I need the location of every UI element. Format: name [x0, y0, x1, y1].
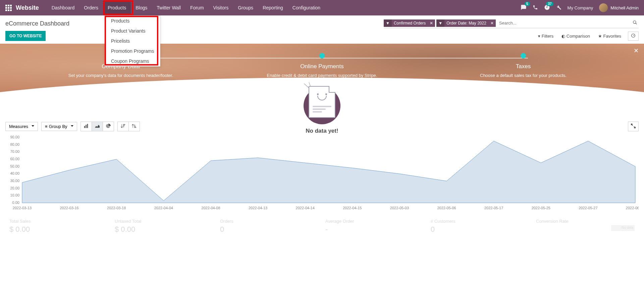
- dashboard-view-button[interactable]: [628, 32, 639, 41]
- sort-asc-icon[interactable]: [129, 122, 140, 131]
- step-dot-icon: [521, 53, 526, 58]
- svg-text:2022-04-14: 2022-04-14: [296, 206, 315, 210]
- dropdown-item-coupon-programs[interactable]: Coupon Programs: [105, 56, 160, 66]
- nav-item-groups[interactable]: Groups: [233, 1, 258, 14]
- favorites-dropdown[interactable]: ★ Favorites: [598, 34, 621, 39]
- facet-remove-icon[interactable]: ✕: [488, 19, 496, 27]
- svg-rect-5: [87, 124, 88, 128]
- svg-text:2022-03-16: 2022-03-16: [60, 206, 78, 210]
- svg-text:70.00: 70.00: [10, 149, 19, 154]
- facet-label: Confirmed Orders: [392, 19, 428, 27]
- svg-rect-3: [84, 126, 85, 128]
- kpi-card: Orders0: [220, 219, 319, 234]
- user-menu[interactable]: Mitchell Admin: [599, 3, 639, 12]
- go-to-website-button[interactable]: GO TO WEBSITE: [5, 31, 46, 41]
- step-title: Online Payments: [221, 63, 423, 70]
- clock-badge: 37: [546, 2, 553, 6]
- control-panel: eCommerce Dashboard ▼Confirmed Orders✕▼O…: [0, 15, 644, 44]
- step-button[interactable]: Set taxes: [509, 84, 537, 94]
- step-desc: Set your company's data for documents he…: [20, 73, 221, 79]
- bar-chart-icon[interactable]: [81, 122, 92, 131]
- products-dropdown: ProductsProduct VariantsPricelistsPromot…: [105, 15, 160, 67]
- chat-icon[interactable]: 5: [521, 4, 527, 11]
- nodata-text: No data yet!: [288, 128, 356, 134]
- svg-text:40.00: 40.00: [10, 171, 19, 175]
- facet-remove-icon[interactable]: ✕: [428, 19, 435, 27]
- kpi-value: $ 0.00: [115, 225, 213, 234]
- svg-rect-4: [86, 125, 87, 128]
- svg-text:10.00: 10.00: [10, 193, 19, 197]
- nav-item-products[interactable]: Products: [103, 1, 131, 14]
- svg-text:2022-05-06: 2022-05-06: [437, 206, 456, 210]
- comparison-dropdown[interactable]: ◐ Comparison: [561, 34, 590, 39]
- svg-text:0.00: 0.00: [12, 201, 19, 205]
- kpi-card: Conversion RateNo data: [536, 219, 635, 234]
- kpi-mini-chart: No data: [611, 225, 635, 231]
- pie-chart-icon[interactable]: [103, 122, 114, 131]
- search-facet: ▼Confirmed Orders✕: [384, 19, 435, 27]
- navbar-left: Website DashboardOrdersProductsBlogsTwit…: [5, 4, 325, 11]
- svg-text:20.00: 20.00: [10, 186, 19, 190]
- step-desc: Choose a default sales tax for your prod…: [423, 73, 624, 79]
- kpi-card: # Customers0: [431, 219, 529, 234]
- clock-icon[interactable]: 37: [544, 4, 550, 11]
- svg-text:50.00: 50.00: [10, 164, 19, 168]
- nav-item-visitors[interactable]: Visitors: [209, 1, 233, 14]
- step-title: Taxes: [423, 63, 624, 70]
- search-input[interactable]: [497, 19, 631, 27]
- step-button[interactable]: Let's start!: [106, 84, 136, 94]
- kpi-label: Orders: [220, 219, 319, 224]
- kpi-row: Total Sales$ 0.00Untaxed Total$ 0.00Orde…: [0, 215, 644, 237]
- nav-item-configuration[interactable]: Configuration: [288, 1, 325, 14]
- svg-text:2022-05-25: 2022-05-25: [532, 206, 550, 210]
- dropdown-item-promotion-programs[interactable]: Promotion Programs: [105, 46, 160, 56]
- apps-icon[interactable]: [5, 5, 12, 11]
- svg-text:2022-06-10: 2022-06-10: [626, 206, 639, 210]
- sort-group: [117, 122, 140, 131]
- area-chart: 0.0010.0020.0030.0040.0050.0060.0070.008…: [5, 134, 639, 211]
- kpi-label: Conversion Rate: [536, 219, 635, 224]
- nav-item-twitter-wall[interactable]: Twitter Wall: [152, 1, 185, 14]
- brand-title[interactable]: Website: [16, 4, 39, 11]
- dropdown-item-products[interactable]: Products: [105, 16, 160, 26]
- svg-point-0: [633, 21, 636, 24]
- svg-text:2022-03-18: 2022-03-18: [107, 206, 126, 210]
- navbar-right: 5 37 My Company Mitchell Admin: [521, 3, 639, 12]
- search-icon[interactable]: [631, 19, 639, 27]
- expand-icon[interactable]: [628, 122, 639, 131]
- svg-text:2022-04-04: 2022-04-04: [154, 206, 173, 210]
- svg-text:80.00: 80.00: [10, 142, 19, 146]
- dropdown-item-product-variants[interactable]: Product Variants: [105, 26, 160, 36]
- svg-text:2022-05-17: 2022-05-17: [484, 206, 503, 210]
- phone-icon[interactable]: [533, 5, 538, 11]
- filter-icon: ▼: [436, 19, 444, 27]
- kpi-value: -: [325, 225, 424, 234]
- sort-desc-icon[interactable]: [118, 122, 129, 131]
- page-title: eCommerce Dashboard: [5, 20, 69, 27]
- kpi-value: $ 0.00: [9, 225, 108, 234]
- onboard-step: TaxesChoose a default sales tax for your…: [423, 53, 624, 94]
- kpi-label: Total Sales: [9, 219, 108, 224]
- nav-item-reporting[interactable]: Reporting: [258, 1, 288, 14]
- company-selector[interactable]: My Company: [568, 5, 593, 10]
- wrench-icon[interactable]: [556, 5, 561, 11]
- close-icon[interactable]: ✕: [634, 47, 639, 54]
- measures-button[interactable]: Measures: [5, 122, 38, 131]
- chart-area: ╲│ No data yet! Measures ≡ Group By 0.00: [0, 118, 644, 215]
- nav-item-orders[interactable]: Orders: [79, 1, 103, 14]
- kpi-card: Untaxed Total$ 0.00: [115, 219, 213, 234]
- nav-item-dashboard[interactable]: Dashboard: [47, 1, 79, 14]
- dropdown-item-pricelists[interactable]: Pricelists: [105, 36, 160, 46]
- nav-item-forum[interactable]: Forum: [185, 1, 208, 14]
- area-chart-icon[interactable]: [92, 122, 103, 131]
- filter-icon: ▼: [384, 19, 392, 27]
- facet-label: Order Date: May 2022: [444, 19, 488, 27]
- nav-item-blogs[interactable]: Blogs: [131, 1, 152, 14]
- filters-dropdown[interactable]: ▾ Filters: [538, 34, 553, 39]
- svg-text:2022-04-13: 2022-04-13: [249, 206, 267, 210]
- search-facet: ▼Order Date: May 2022✕: [436, 19, 496, 27]
- kpi-label: # Customers: [431, 219, 529, 224]
- svg-text:2022-05-03: 2022-05-03: [390, 206, 409, 210]
- groupby-button[interactable]: ≡ Group By: [41, 122, 77, 131]
- kpi-label: Untaxed Total: [115, 219, 213, 224]
